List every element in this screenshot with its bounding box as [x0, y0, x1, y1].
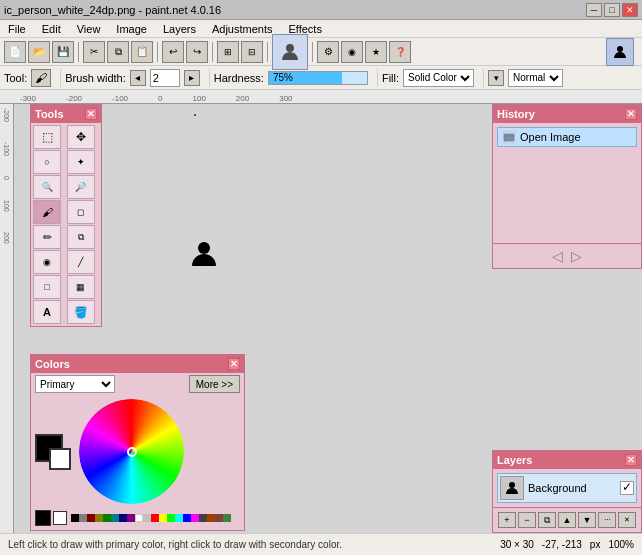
sep3 — [212, 42, 213, 62]
tool-fill[interactable]: 🪣 — [67, 300, 95, 324]
color-wheel[interactable] — [79, 399, 184, 504]
help-button[interactable]: ❓ — [389, 41, 411, 63]
layer-add-button[interactable]: + — [498, 512, 516, 528]
paste-button[interactable]: 📋 — [131, 41, 153, 63]
tool-recolor[interactable]: ◉ — [33, 250, 61, 274]
svg-point-1 — [617, 46, 623, 52]
canvas-dot — [194, 114, 196, 116]
black-swatch[interactable] — [35, 510, 51, 526]
palette-color-8[interactable] — [127, 514, 135, 522]
palette-color-18[interactable] — [207, 514, 215, 522]
history-undo-button[interactable]: ◁ — [552, 248, 563, 264]
tools-panel-close[interactable]: ✕ — [85, 108, 97, 120]
palette-color-5[interactable] — [103, 514, 111, 522]
color-wheel-container[interactable] — [79, 399, 184, 504]
sep6 — [55, 69, 61, 87]
layer-background[interactable]: Background — [497, 473, 637, 503]
palette-color-14[interactable] — [175, 514, 183, 522]
palette-color-16[interactable] — [191, 514, 199, 522]
menu-adjustments[interactable]: Adjustments — [206, 22, 279, 36]
brush-width-up[interactable]: ▸ — [184, 70, 200, 86]
layer-duplicate-button[interactable]: ⧉ — [538, 512, 556, 528]
layer-move-up-button[interactable]: ▲ — [558, 512, 576, 528]
minimize-button[interactable]: ─ — [586, 3, 602, 17]
brush-width-label: Brush width: — [65, 72, 126, 84]
history-item-open-image[interactable]: Open Image — [497, 127, 637, 147]
open-button[interactable]: 📂 — [28, 41, 50, 63]
tool-zoom-in[interactable]: 🔍 — [33, 175, 61, 199]
palette-color-3[interactable] — [87, 514, 95, 522]
palette-color-20[interactable] — [223, 514, 231, 522]
undo-button[interactable]: ↩ — [162, 41, 184, 63]
history-panel: History ✕ Open Image ◁ ▷ — [492, 104, 642, 269]
white-swatch[interactable] — [53, 511, 67, 525]
new-button[interactable]: 📄 — [4, 41, 26, 63]
copy-button[interactable]: ⧉ — [107, 41, 129, 63]
tool-pencil[interactable]: ✏ — [33, 225, 61, 249]
redo-button[interactable]: ↪ — [186, 41, 208, 63]
history-buttons: ◁ ▷ — [493, 243, 641, 268]
palette-color-9[interactable] — [135, 514, 143, 522]
palette-color-11[interactable] — [151, 514, 159, 522]
palette-color-4[interactable] — [95, 514, 103, 522]
layer-delete-button[interactable]: − — [518, 512, 536, 528]
tool-move[interactable]: ✥ — [67, 125, 95, 149]
tool-line[interactable]: ╱ — [67, 250, 95, 274]
palette-color-10[interactable] — [143, 514, 151, 522]
menu-layers[interactable]: Layers — [157, 22, 202, 36]
layers-panel-close[interactable]: ✕ — [625, 454, 637, 466]
blend-options[interactable]: ▾ — [488, 70, 504, 86]
tool-eraser[interactable]: ◻ — [67, 200, 95, 224]
plugin-button[interactable]: ◉ — [341, 41, 363, 63]
palette-color-17[interactable] — [199, 514, 207, 522]
brush-width-input[interactable] — [150, 69, 180, 87]
menu-image[interactable]: Image — [110, 22, 153, 36]
color-type-select[interactable]: Primary Secondary — [35, 375, 115, 393]
history-open-icon — [503, 131, 515, 143]
menu-view[interactable]: View — [71, 22, 107, 36]
history-redo-button[interactable]: ▷ — [571, 248, 582, 264]
palette-color-6[interactable] — [111, 514, 119, 522]
history-panel-close[interactable]: ✕ — [625, 108, 637, 120]
colors-more-button[interactable]: More >> — [189, 375, 240, 393]
palette-color-15[interactable] — [183, 514, 191, 522]
layer-properties-button[interactable]: ✕ — [618, 512, 636, 528]
secondary-color-swatch[interactable] — [49, 448, 71, 470]
menu-file[interactable]: File — [2, 22, 32, 36]
view-button[interactable]: ⊟ — [241, 41, 263, 63]
grid-button[interactable]: ⊞ — [217, 41, 239, 63]
palette-color-12[interactable] — [159, 514, 167, 522]
tool-gradient[interactable]: ▦ — [67, 275, 95, 299]
tool-rect-select[interactable]: ⬚ — [33, 125, 61, 149]
settings-button[interactable]: ⚙ — [317, 41, 339, 63]
tool-zoom-out[interactable]: 🔎 — [67, 175, 95, 199]
tool-paintbrush[interactable]: 🖌 — [33, 200, 61, 224]
fill-select[interactable]: Solid Color — [403, 69, 474, 87]
menu-edit[interactable]: Edit — [36, 22, 67, 36]
palette-color-7[interactable] — [119, 514, 127, 522]
blend-select[interactable]: Normal — [508, 69, 563, 87]
tool-text[interactable]: A — [33, 300, 61, 324]
effects-button[interactable]: ★ — [365, 41, 387, 63]
tool-lasso[interactable]: ○ — [33, 150, 61, 174]
layer-merge-button[interactable]: ⋯ — [598, 512, 616, 528]
colors-panel-close[interactable]: ✕ — [228, 358, 240, 370]
tool-shapes[interactable]: □ — [33, 275, 61, 299]
menu-bar: File Edit View Image Layers Adjustments … — [0, 20, 642, 38]
palette-color-2[interactable] — [79, 514, 87, 522]
palette-color-19[interactable] — [215, 514, 223, 522]
layer-move-down-button[interactable]: ▼ — [578, 512, 596, 528]
maximize-button[interactable]: □ — [604, 3, 620, 17]
palette-color-13[interactable] — [167, 514, 175, 522]
hardness-slider[interactable]: 75% — [268, 71, 368, 85]
cut-button[interactable]: ✂ — [83, 41, 105, 63]
tool-magic-wand[interactable]: ✦ — [67, 150, 95, 174]
brush-width-down[interactable]: ◂ — [130, 70, 146, 86]
active-tool-display[interactable]: 🖌 — [31, 69, 51, 87]
save-button[interactable]: 💾 — [52, 41, 74, 63]
canvas-area[interactable]: Tools ✕ ⬚ ✥ ○ ✦ 🔍 🔎 🖌 ◻ ✏ ⧉ ◉ ╱ □ ▦ A 🪣 — [14, 104, 642, 533]
tool-clone[interactable]: ⧉ — [67, 225, 95, 249]
layer-visibility-checkbox[interactable] — [620, 481, 634, 495]
close-button[interactable]: ✕ — [622, 3, 638, 17]
palette-color-1[interactable] — [71, 514, 79, 522]
